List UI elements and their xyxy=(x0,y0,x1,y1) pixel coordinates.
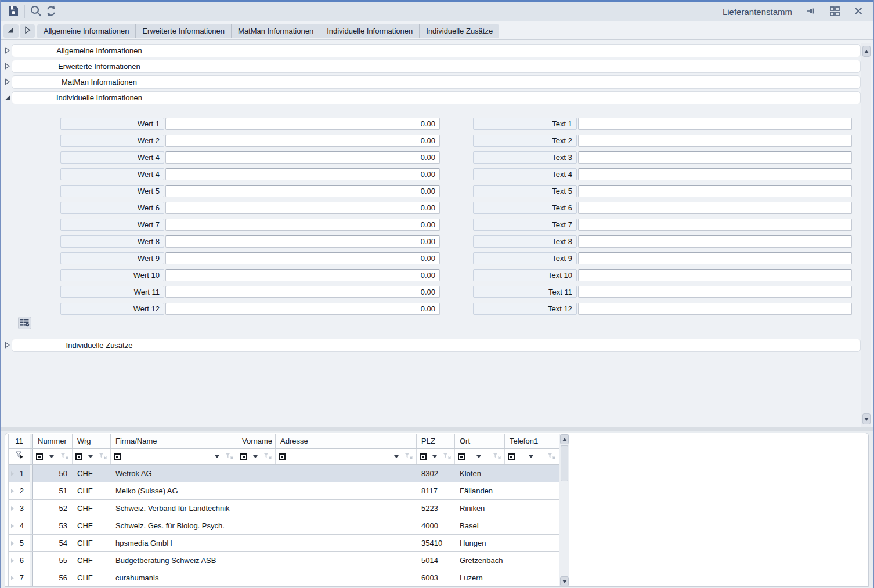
cell-wrg[interactable]: CHF xyxy=(73,552,111,569)
row-selector[interactable]: 1 xyxy=(9,465,30,482)
filter-operator-icon[interactable] xyxy=(508,453,515,460)
section-header-bar[interactable]: Erweiterte Informationen xyxy=(12,60,861,73)
tab-erweiterte-informationen[interactable]: Erweiterte Informationen xyxy=(135,24,231,38)
tab-individuelle-zus-tze[interactable]: Individuelle Zusätze xyxy=(419,24,499,38)
section-header-bar[interactable]: Individuelle Zusätze xyxy=(12,339,861,352)
cell-adresse[interactable] xyxy=(276,552,417,569)
table-row[interactable]: 655CHFBudgetberatung Schweiz ASB5014Gret… xyxy=(9,552,559,569)
field-input-text-9[interactable] xyxy=(578,252,852,264)
row-selector[interactable]: 7 xyxy=(9,569,30,586)
expand-arrow-icon[interactable] xyxy=(4,47,11,54)
filter-cell-adresse[interactable] xyxy=(276,449,417,464)
filter-row-selector[interactable] xyxy=(9,449,30,464)
field-settings-button[interactable] xyxy=(18,317,31,329)
cell-telefon1[interactable] xyxy=(505,517,559,534)
cell-telefon1[interactable] xyxy=(505,465,559,482)
save-button[interactable] xyxy=(6,4,21,19)
close-button[interactable] xyxy=(851,4,866,19)
filter-dropdown-icon[interactable] xyxy=(432,455,437,458)
clear-filter-icon[interactable] xyxy=(492,452,501,462)
filter-dropdown-icon[interactable] xyxy=(394,455,399,458)
filter-operator-icon[interactable] xyxy=(75,453,82,460)
field-input-text-6[interactable] xyxy=(578,202,852,214)
column-header-adresse[interactable]: Adresse xyxy=(276,434,417,448)
cell-vorname[interactable] xyxy=(237,535,276,551)
cell-vorname[interactable] xyxy=(237,482,276,499)
cell-wrg[interactable]: CHF xyxy=(73,465,111,482)
cell-wrg[interactable]: CHF xyxy=(73,535,111,551)
cell-firma-name[interactable]: curahumanis xyxy=(111,569,237,586)
filter-cell-plz[interactable] xyxy=(417,449,455,464)
tab-matman-informationen[interactable]: MatMan Informationen xyxy=(231,24,320,38)
cell-firma-name[interactable]: Schweiz. Ges. für Biolog. Psych. xyxy=(111,517,237,534)
clear-filter-icon[interactable] xyxy=(225,452,234,462)
section-erweiterte-informationen[interactable]: Erweiterte Informationen xyxy=(1,60,873,74)
cell-ort[interactable]: Basel xyxy=(455,517,505,534)
filter-dropdown-icon[interactable] xyxy=(476,455,481,458)
filter-cell-wrg[interactable] xyxy=(73,449,111,464)
grid-scrollbar-thumb[interactable] xyxy=(561,445,568,481)
filter-cell-nummer[interactable] xyxy=(33,449,73,464)
cell-ort[interactable]: Kloten xyxy=(455,465,505,482)
clear-filter-icon[interactable] xyxy=(547,452,556,462)
field-input-text-8[interactable] xyxy=(578,235,852,248)
grid-scroll-down-button[interactable] xyxy=(560,576,569,586)
field-input-text-5[interactable] xyxy=(578,185,852,197)
field-input-text-4[interactable] xyxy=(578,168,852,180)
cell-telefon1[interactable] xyxy=(505,482,559,499)
section-individuelle-zusaetze[interactable]: Individuelle Zusätze xyxy=(1,339,873,353)
clear-filter-icon[interactable] xyxy=(60,452,69,462)
grid-scroll-up-button[interactable] xyxy=(560,434,569,444)
column-header-plz[interactable]: PLZ xyxy=(417,434,455,448)
filter-operator-icon[interactable] xyxy=(420,453,427,460)
cell-telefon1[interactable] xyxy=(505,500,559,517)
cell-ort[interactable]: Hungen xyxy=(455,535,505,551)
field-input-text-7[interactable] xyxy=(578,219,852,231)
grid-vertical-scrollbar[interactable] xyxy=(559,434,569,587)
cell-adresse[interactable] xyxy=(276,535,417,551)
filter-operator-icon[interactable] xyxy=(458,453,465,460)
clear-filter-icon[interactable] xyxy=(98,452,107,462)
cell-vorname[interactable] xyxy=(237,552,276,569)
cell-plz[interactable]: 6003 xyxy=(417,569,455,586)
cell-adresse[interactable] xyxy=(276,569,417,586)
field-input-text-12[interactable] xyxy=(578,303,852,315)
cell-nummer[interactable]: 55 xyxy=(33,552,73,569)
pin-button[interactable] xyxy=(803,4,818,19)
row-selector[interactable]: 3 xyxy=(9,500,30,517)
row-selector[interactable]: 4 xyxy=(9,517,30,534)
section-header-bar[interactable]: Allgemeine Informationen xyxy=(12,44,861,57)
cell-adresse[interactable] xyxy=(276,500,417,517)
field-input-text-11[interactable] xyxy=(578,286,852,298)
refresh-button[interactable] xyxy=(44,4,59,19)
expand-arrow-icon[interactable] xyxy=(4,342,11,349)
table-row[interactable]: 150CHFWetrok AG8302Kloten xyxy=(9,465,559,482)
cell-vorname[interactable] xyxy=(237,500,276,517)
cell-adresse[interactable] xyxy=(276,517,417,534)
tab-individuelle-informationen[interactable]: Individuelle Informationen xyxy=(320,24,419,38)
filter-cell-vorname[interactable] xyxy=(237,449,276,464)
cell-nummer[interactable]: 50 xyxy=(33,465,73,482)
filter-cell-telefon1[interactable] xyxy=(505,449,559,464)
column-header-wrg[interactable]: Wrg xyxy=(73,434,111,448)
tab-allgemeine-informationen[interactable]: Allgemeine Informationen xyxy=(37,24,135,38)
table-row[interactable]: 554CHFhpsmedia GmbH35410Hungen xyxy=(9,535,559,552)
cell-nummer[interactable]: 54 xyxy=(33,535,73,551)
filter-operator-icon[interactable] xyxy=(36,453,43,460)
table-row[interactable]: 453CHFSchweiz. Ges. für Biolog. Psych.40… xyxy=(9,517,559,535)
cell-ort[interactable]: Fällanden xyxy=(455,482,505,499)
filter-cell-ort[interactable] xyxy=(455,449,505,464)
row-selector[interactable]: 5 xyxy=(9,535,30,551)
field-input-text-1[interactable] xyxy=(578,118,852,130)
filter-dropdown-icon[interactable] xyxy=(215,455,219,458)
table-row[interactable]: 352CHFSchweiz. Verband für Landtechnik52… xyxy=(9,500,559,517)
collapse-arrow-icon[interactable] xyxy=(4,94,11,101)
filter-dropdown-icon[interactable] xyxy=(529,455,533,458)
section-allgemeine-informationen[interactable]: Allgemeine Informationen xyxy=(1,44,873,58)
layout-grid-button[interactable] xyxy=(827,4,842,19)
table-row[interactable]: 756CHFcurahumanis6003Luzern xyxy=(9,569,559,587)
expand-arrow-icon[interactable] xyxy=(4,63,11,70)
cell-firma-name[interactable]: Meiko (Suisse) AG xyxy=(111,482,237,499)
clear-filter-icon[interactable] xyxy=(404,452,413,462)
table-row[interactable]: 251CHFMeiko (Suisse) AG8117Fällanden xyxy=(9,482,559,500)
